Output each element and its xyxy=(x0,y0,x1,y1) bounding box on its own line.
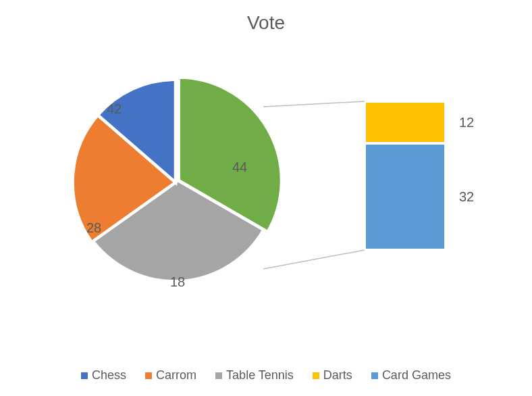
legend-label: Carrom xyxy=(156,368,196,382)
pie-label-table-tennis: 42 xyxy=(107,101,122,117)
legend: Chess Carrom Table Tennis Darts Card Gam… xyxy=(0,368,532,382)
square-icon xyxy=(313,372,319,379)
square-icon xyxy=(145,372,152,379)
legend-item-card-games: Card Games xyxy=(371,368,451,382)
pie-chart xyxy=(68,74,284,291)
legend-label: Table Tennis xyxy=(226,368,294,382)
square-icon xyxy=(371,372,378,379)
bar-label-card-games: 32 xyxy=(459,189,474,205)
bar-label-darts: 12 xyxy=(459,115,474,130)
chart-title: Vote xyxy=(0,12,532,34)
legend-item-table-tennis: Table Tennis xyxy=(215,368,294,382)
pie-label-carrom: 28 xyxy=(86,220,101,236)
square-icon xyxy=(81,372,88,379)
legend-label: Card Games xyxy=(382,368,451,382)
bar-of-pie-stack xyxy=(365,101,446,250)
chart-container: Vote 44 42 28 18 12 xyxy=(0,0,532,396)
plot-area: 44 42 28 18 12 32 xyxy=(0,61,532,331)
legend-item-chess: Chess xyxy=(81,368,126,382)
bar-seg-card-games xyxy=(365,143,446,250)
legend-label: Darts xyxy=(323,368,352,382)
bar-seg-darts xyxy=(365,101,446,143)
legend-label: Chess xyxy=(92,368,126,382)
legend-item-carrom: Carrom xyxy=(145,368,196,382)
pie-label-combined: 44 xyxy=(232,159,247,175)
square-icon xyxy=(215,372,222,379)
pie-label-chess: 18 xyxy=(170,274,185,290)
legend-item-darts: Darts xyxy=(313,368,352,382)
